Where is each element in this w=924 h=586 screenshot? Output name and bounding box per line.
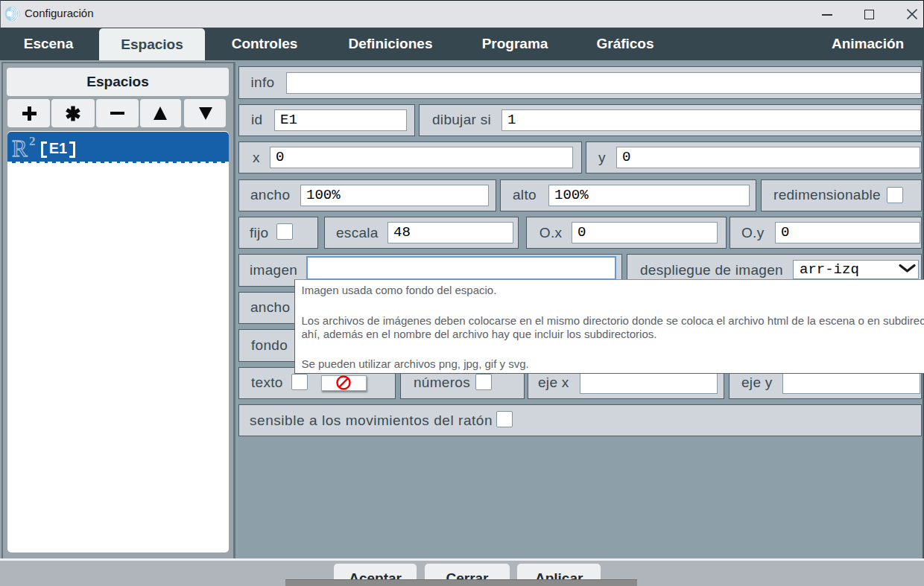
svg-text:2: 2 bbox=[29, 134, 36, 148]
svg-text:R: R bbox=[12, 136, 28, 159]
